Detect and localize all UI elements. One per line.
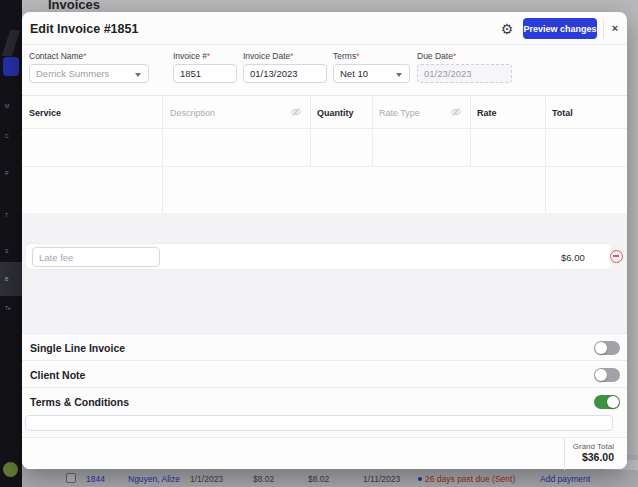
terms-conditions-toggle[interactable] [594, 395, 620, 409]
contact-name-field: Contact Name* Derrick Summers [29, 51, 149, 83]
column-divider [162, 96, 163, 214]
screen: Invoices M C R T S B Te 1844 Nguyen, Ali… [0, 0, 638, 487]
modal-title: Edit Invoice #1851 [30, 22, 138, 36]
invoice-number-input[interactable]: 1851 [173, 64, 237, 83]
late-fee-input[interactable] [32, 247, 160, 267]
toggle-knob [595, 369, 607, 381]
invoice-date-input[interactable]: 01/13/2023 [243, 64, 327, 83]
service-column-header: Service [29, 108, 61, 118]
eye-off-icon [290, 106, 302, 118]
terms-label: Terms* [333, 51, 410, 61]
toggle-knob [595, 342, 607, 354]
single-line-invoice-toggle[interactable] [594, 341, 620, 355]
settings-gear-icon[interactable]: ⚙ [498, 20, 516, 38]
due-date-label: Due Date* [417, 51, 512, 61]
due-date-input: 01/23/2023 [417, 64, 512, 83]
client-note-row: Client Note [22, 360, 627, 387]
contact-name-select[interactable]: Derrick Summers [29, 64, 149, 83]
invoice-number-field: Invoice #* 1851 [173, 51, 237, 83]
invoice-date-field: Invoice Date* 01/13/2023 [243, 51, 327, 83]
client-note-label: Client Note [30, 369, 85, 381]
quantity-column-header: Quantity [317, 108, 354, 118]
remove-late-fee-icon[interactable] [610, 250, 623, 263]
column-divider [545, 96, 546, 214]
column-divider [470, 96, 471, 166]
modal-footer: Grand Total $36.00 [22, 437, 627, 469]
late-fee-total: $6.00 [561, 252, 585, 263]
description-column-header: Description [170, 108, 215, 118]
terms-select[interactable]: Net 10 [333, 64, 410, 83]
total-column-header: Total [552, 108, 573, 118]
terms-conditions-label: Terms & Conditions [30, 396, 129, 408]
line-items-table: Service Description Quantity Rate Type R… [22, 95, 627, 213]
chevron-down-icon [135, 73, 141, 77]
eye-off-icon [450, 106, 462, 118]
preview-changes-button[interactable]: Preview changes [523, 18, 597, 39]
late-fee-card: $6.00 [25, 243, 613, 270]
contact-name-label: Contact Name* [29, 51, 149, 61]
table-divider [22, 128, 627, 129]
client-note-toggle[interactable] [594, 368, 620, 382]
rate-column-header: Rate [477, 108, 497, 118]
modal-header: Edit Invoice #1851 ⚙ Preview changes × [22, 12, 627, 45]
column-divider [310, 96, 311, 166]
grand-total-label: Grand Total [565, 442, 614, 451]
grand-total-box: Grand Total $36.00 [564, 438, 627, 470]
close-icon[interactable]: × [607, 20, 623, 36]
chevron-down-icon [396, 73, 402, 77]
late-fee-section: $6.00 [22, 213, 627, 333]
grand-total-value: $36.00 [565, 451, 614, 463]
rate-type-column-header: Rate Type [379, 108, 420, 118]
invoice-date-label: Invoice Date* [243, 51, 327, 61]
invoice-number-label: Invoice #* [173, 51, 237, 61]
edit-invoice-modal: Edit Invoice #1851 ⚙ Preview changes × C… [22, 12, 627, 469]
column-divider [372, 96, 373, 166]
terms-field: Terms* Net 10 [333, 51, 410, 83]
toggle-knob [607, 396, 619, 408]
terms-conditions-input[interactable] [25, 415, 613, 431]
table-divider [22, 166, 627, 167]
single-line-invoice-row: Single Line Invoice [22, 333, 627, 360]
due-date-field: Due Date* 01/23/2023 [417, 51, 512, 83]
single-line-invoice-label: Single Line Invoice [30, 342, 125, 354]
header-divider [603, 19, 604, 38]
